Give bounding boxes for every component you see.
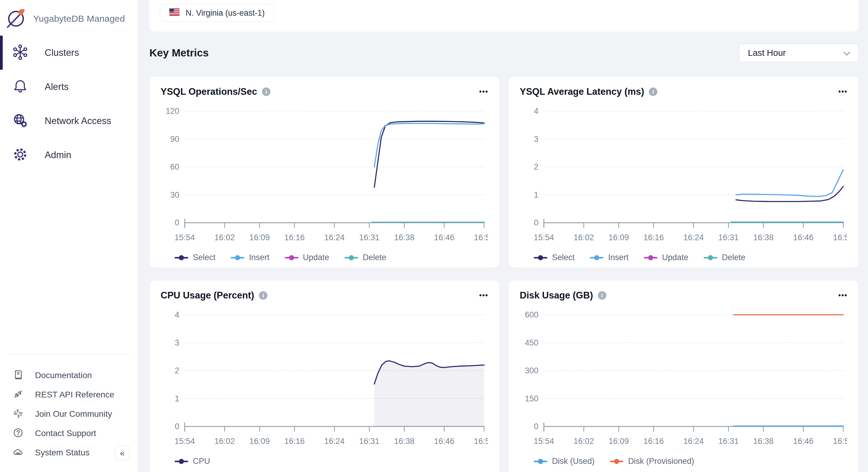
sidebar-item-network-access[interactable]: Network Access — [0, 104, 138, 138]
info-icon[interactable]: i — [262, 88, 271, 96]
svg-text:450: 450 — [525, 338, 538, 347]
svg-text:16:24: 16:24 — [324, 233, 345, 242]
legend-item-delete[interactable]: Delete — [344, 253, 386, 262]
sidebar-item-admin[interactable]: Admin — [0, 138, 138, 172]
book-icon — [12, 369, 24, 382]
chart-plot[interactable]: 0123415:5416:0216:0916:1616:2416:3116:38… — [161, 305, 488, 450]
sidebar: YugabyteDB Managed Clusters — [0, 0, 138, 472]
legend-item-select[interactable]: Select — [534, 253, 575, 262]
legend-item-insert[interactable]: Insert — [590, 253, 629, 262]
svg-text:600: 600 — [525, 310, 538, 319]
chart-legend: SelectInsertUpdateDelete — [534, 253, 847, 262]
chevron-down-icon — [843, 48, 850, 58]
sidebar-link-community[interactable]: Join Our Community — [0, 404, 138, 424]
plug-icon — [12, 388, 24, 401]
sidebar-link-documentation[interactable]: Documentation — [0, 366, 138, 385]
more-menu-icon[interactable]: ••• — [838, 88, 847, 95]
svg-text:3: 3 — [175, 338, 179, 347]
svg-text:16:31: 16:31 — [359, 437, 380, 446]
svg-text:16:38: 16:38 — [753, 233, 774, 242]
svg-text:16:02: 16:02 — [214, 437, 235, 446]
sidebar-collapse-button[interactable]: « — [115, 446, 129, 460]
svg-text:16:09: 16:09 — [609, 233, 629, 242]
chart-legend: SelectInsertUpdateDelete — [175, 253, 488, 262]
region-chip[interactable]: N. Virginia (us-east-1) — [160, 4, 274, 22]
legend-item-update[interactable]: Update — [644, 253, 688, 262]
legend-item-cpu[interactable]: CPU — [175, 457, 210, 466]
svg-text:16:31: 16:31 — [718, 233, 739, 242]
svg-text:2: 2 — [534, 162, 538, 171]
legend-item-delete[interactable]: Delete — [704, 253, 745, 262]
svg-text:120: 120 — [166, 106, 179, 116]
svg-text:3: 3 — [534, 135, 538, 144]
legend-item-select[interactable]: Select — [175, 253, 216, 262]
legend-item-disk-provisioned[interactable]: Disk (Provisioned) — [610, 457, 694, 466]
sidebar-link-support[interactable]: Contact Support — [0, 424, 138, 443]
svg-text:16:09: 16:09 — [249, 233, 270, 242]
time-range-select[interactable]: Last Hour — [739, 44, 859, 62]
svg-text:16:09: 16:09 — [609, 437, 629, 446]
legend-label: Update — [303, 253, 329, 262]
svg-text:15:54: 15:54 — [534, 437, 554, 446]
legend-marker-icon — [610, 459, 623, 465]
svg-text:16:16: 16:16 — [644, 233, 664, 242]
chart-legend: Disk (Used)Disk (Provisioned) — [534, 457, 847, 466]
sidebar-link-rest-api[interactable]: REST API Reference — [0, 385, 138, 404]
region-chip-label: N. Virginia (us-east-1) — [186, 8, 265, 18]
legend-marker-icon — [534, 459, 548, 465]
sidebar-item-clusters[interactable]: Clusters — [0, 36, 138, 70]
more-menu-icon[interactable]: ••• — [479, 292, 488, 299]
svg-text:16:24: 16:24 — [683, 233, 704, 242]
sidebar-link-label: Join Our Community — [35, 409, 112, 419]
svg-text:16:31: 16:31 — [718, 437, 739, 446]
chart-title: Disk Usage (GB) — [520, 290, 593, 301]
info-icon[interactable]: i — [598, 291, 606, 300]
sidebar-item-alerts[interactable]: Alerts — [0, 70, 138, 104]
svg-text:16:16: 16:16 — [644, 437, 664, 446]
svg-text:90: 90 — [170, 135, 179, 144]
sidebar-link-label: Documentation — [35, 371, 92, 380]
legend-marker-icon — [590, 255, 603, 261]
svg-text:0: 0 — [534, 422, 538, 431]
chart-legend: CPU — [175, 457, 488, 466]
legend-label: Insert — [608, 253, 629, 262]
legend-marker-icon — [285, 255, 299, 261]
chart-card-disk-usage: Disk Usage (GB) i ••• 015030045060015:54… — [508, 280, 859, 472]
svg-text:15:54: 15:54 — [175, 437, 195, 446]
chart-plot[interactable]: 015030045060015:5416:0216:0916:1616:2416… — [520, 305, 847, 450]
chart-plot[interactable]: 0123415:5416:0216:0916:1616:2416:3116:38… — [520, 101, 847, 247]
svg-text:16:02: 16:02 — [574, 437, 594, 446]
svg-text:1: 1 — [175, 394, 179, 403]
svg-text:300: 300 — [525, 366, 538, 375]
svg-text:16:54: 16:54 — [833, 233, 847, 242]
info-icon[interactable]: i — [649, 88, 657, 96]
svg-text:0: 0 — [175, 218, 179, 227]
legend-label: Update — [662, 253, 688, 262]
sidebar-item-label: Alerts — [45, 82, 68, 92]
legend-marker-icon — [704, 255, 717, 261]
chart-plot[interactable]: 030609012015:5416:0216:0916:1616:2416:31… — [161, 101, 488, 247]
gear-icon — [11, 146, 29, 164]
legend-item-disk-used[interactable]: Disk (Used) — [534, 457, 595, 466]
more-menu-icon[interactable]: ••• — [838, 292, 847, 299]
chart-title: YSQL Operations/Sec — [161, 86, 257, 97]
brand: YugabyteDB Managed — [0, 0, 138, 30]
time-range-value: Last Hour — [748, 48, 786, 58]
more-menu-icon[interactable]: ••• — [479, 88, 488, 95]
svg-text:16:54: 16:54 — [474, 437, 488, 446]
info-icon[interactable]: i — [259, 291, 268, 300]
legend-label: Insert — [249, 253, 270, 262]
svg-text:0: 0 — [534, 218, 538, 227]
legend-item-update[interactable]: Update — [285, 253, 329, 262]
globe-gear-icon — [11, 112, 29, 130]
svg-text:16:02: 16:02 — [574, 233, 594, 242]
svg-text:16:46: 16:46 — [793, 233, 814, 242]
bell-icon — [11, 77, 29, 96]
yugabytedb-logo-icon — [6, 8, 26, 30]
sidebar-item-label: Network Access — [45, 116, 112, 126]
svg-text:1: 1 — [534, 190, 538, 199]
sidebar-item-label: Clusters — [45, 48, 79, 58]
svg-text:16:24: 16:24 — [324, 437, 345, 446]
sidebar-link-label: Contact Support — [35, 429, 96, 438]
legend-item-insert[interactable]: Insert — [230, 253, 270, 262]
